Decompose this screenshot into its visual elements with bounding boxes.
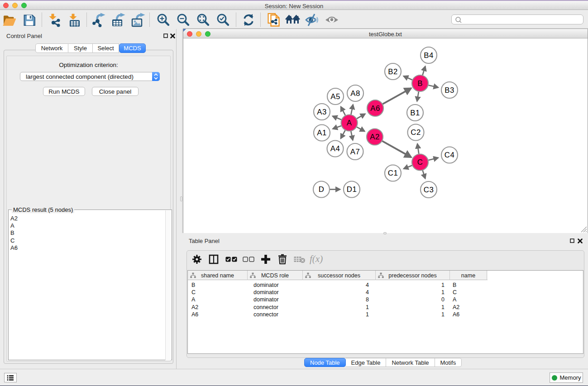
svg-text:D1: D1 <box>347 185 357 194</box>
svg-text:A8: A8 <box>350 89 360 98</box>
svg-text:A: A <box>347 119 352 127</box>
svg-text:A3: A3 <box>317 108 326 116</box>
svg-text:A4: A4 <box>330 144 340 153</box>
svg-text:C2: C2 <box>411 128 421 137</box>
svg-text:C: C <box>417 158 423 167</box>
svg-text:A1: A1 <box>317 129 326 137</box>
svg-text:A6: A6 <box>370 104 380 113</box>
svg-text:B4: B4 <box>424 51 433 60</box>
svg-text:C4: C4 <box>445 151 454 159</box>
svg-text:B: B <box>417 79 423 88</box>
svg-text:A5: A5 <box>330 92 340 101</box>
svg-text:B1: B1 <box>410 109 420 117</box>
svg-text:B3: B3 <box>445 86 454 95</box>
svg-text:D: D <box>319 185 325 194</box>
svg-text:C3: C3 <box>424 186 434 194</box>
svg-text:B2: B2 <box>388 67 397 76</box>
svg-text:C1: C1 <box>388 169 398 177</box>
svg-text:A2: A2 <box>370 133 379 141</box>
svg-text:A7: A7 <box>350 148 360 156</box>
